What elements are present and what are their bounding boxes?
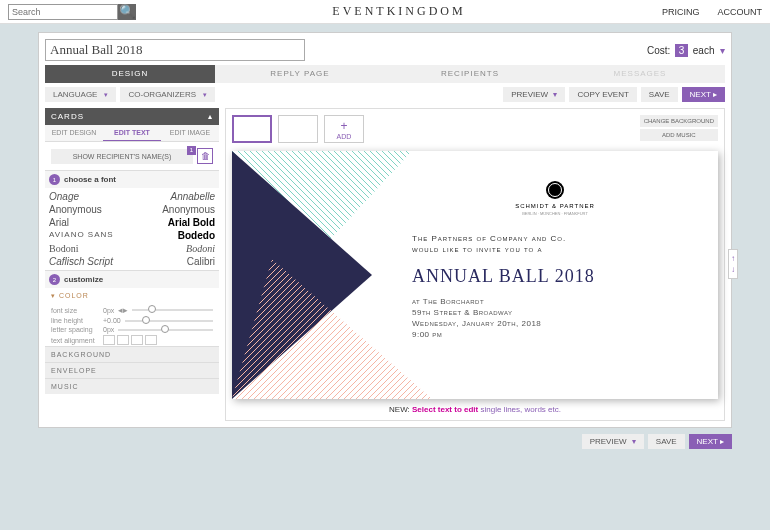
trash-icon[interactable]: 🗑: [197, 148, 213, 164]
search-button[interactable]: 🔍: [118, 4, 136, 20]
venue[interactable]: at The Borchardt: [412, 297, 698, 306]
company-cities: BERLIN · MÜNCHEN · FRANKFURT: [412, 211, 698, 216]
edit-image-tab[interactable]: EDIT IMAGE: [161, 125, 219, 141]
save-button[interactable]: SAVE: [641, 87, 678, 102]
show-recipients-button[interactable]: SHOW RECIPIENT'S NAME(S)1: [51, 149, 193, 164]
tab-recipients[interactable]: RECIPIENTS: [385, 65, 555, 83]
arrow-down-icon: ↓: [731, 265, 735, 274]
add-card-button[interactable]: +ADD: [324, 115, 364, 143]
line-height-control[interactable]: line height+0.00: [45, 316, 219, 325]
letter-spacing-control[interactable]: letter spacing0px: [45, 325, 219, 334]
time[interactable]: 9:00 pm: [412, 330, 698, 339]
collapse-icon: ▴: [208, 112, 213, 121]
company-logo-icon: [546, 181, 564, 199]
music-accordion[interactable]: MUSIC: [45, 378, 219, 394]
search-icon: 🔍: [119, 4, 136, 19]
background-accordion[interactable]: BACKGROUND: [45, 346, 219, 362]
save-button-footer[interactable]: SAVE: [648, 434, 685, 449]
tab-reply[interactable]: REPLY PAGE: [215, 65, 385, 83]
choose-font-header[interactable]: 1choose a font: [45, 170, 219, 188]
preview-button-footer[interactable]: PREVIEW ▾: [582, 434, 644, 449]
hint-text: NEW: Select text to edit single lines, w…: [232, 405, 718, 414]
edit-design-tab[interactable]: EDIT DESIGN: [45, 125, 103, 141]
event-title-input[interactable]: [45, 39, 305, 61]
add-music-button[interactable]: ADD MUSIC: [640, 129, 718, 141]
change-background-button[interactable]: CHANGE BACKGROUND: [640, 115, 718, 127]
font-size-control[interactable]: font size0px◂▸: [45, 304, 219, 316]
chevron-down-icon[interactable]: ▾: [720, 45, 725, 56]
preview-button[interactable]: PREVIEW ▾: [503, 87, 565, 102]
copy-event-button[interactable]: COPY EVENT: [569, 87, 636, 102]
brand-logo: EVENTKINGDOM: [136, 4, 662, 19]
cost-display: Cost: 3 each ▾: [647, 45, 725, 56]
svg-marker-4: [232, 259, 432, 399]
text-align-control[interactable]: text alignment: [45, 334, 219, 346]
top-bar: 🔍 EVENTKINGDOM PRICING ACCOUNT: [0, 0, 770, 24]
font-list[interactable]: OnageAnnabelle AnonymousAnonymous ArialA…: [45, 188, 219, 270]
language-dropdown[interactable]: LANGUAGE▾: [45, 87, 116, 102]
workspace: Cost: 3 each ▾ DESIGN REPLY PAGE RECIPIE…: [38, 32, 732, 428]
envelope-accordion[interactable]: ENVELOPE: [45, 362, 219, 378]
chevron-down-icon: ▾: [203, 91, 207, 99]
next-button-footer[interactable]: NEXT ▸: [689, 434, 732, 449]
card-thumb-1[interactable]: [232, 115, 272, 143]
address[interactable]: 59th Street & Broadway: [412, 308, 698, 317]
chevron-down-icon: ▾: [104, 91, 108, 99]
company-name: SCHMIDT & PARTNER: [412, 203, 698, 209]
reorder-arrows[interactable]: ↑↓: [728, 249, 738, 279]
edit-text-tab[interactable]: EDIT TEXT: [103, 125, 161, 141]
tab-design[interactable]: DESIGN: [45, 65, 215, 83]
date[interactable]: Wednesday, January 20th, 2018: [412, 319, 698, 328]
main-tabs: DESIGN REPLY PAGE RECIPIENTS MESSAGES: [45, 65, 725, 83]
event-title[interactable]: ANNUAL BALL 2018: [412, 266, 698, 287]
customize-header[interactable]: 2customize: [45, 270, 219, 288]
invite-line-2[interactable]: would like to invite you to a: [412, 245, 698, 254]
left-panel: CARDS▴ EDIT DESIGN EDIT TEXT EDIT IMAGE …: [45, 108, 219, 421]
nav-pricing[interactable]: PRICING: [662, 7, 700, 17]
canvas-area: +ADD CHANGE BACKGROUND ADD MUSIC ↑↓ SCHM…: [225, 108, 725, 421]
tab-messages: MESSAGES: [555, 65, 725, 83]
invite-line-1[interactable]: The Partners of Company and Co.: [412, 234, 698, 243]
color-section[interactable]: ▾ COLOR: [45, 288, 219, 304]
coorganizers-dropdown[interactable]: CO-ORGANIZERS▾: [120, 87, 215, 102]
cards-header[interactable]: CARDS▴: [45, 108, 219, 125]
arrow-up-icon: ↑: [731, 254, 735, 263]
search-input[interactable]: [8, 4, 118, 20]
nav-account[interactable]: ACCOUNT: [718, 7, 763, 17]
next-button[interactable]: NEXT ▸: [682, 87, 725, 102]
card-thumb-2[interactable]: [278, 115, 318, 143]
invitation-card[interactable]: SCHMIDT & PARTNER BERLIN · MÜNCHEN · FRA…: [232, 151, 718, 399]
